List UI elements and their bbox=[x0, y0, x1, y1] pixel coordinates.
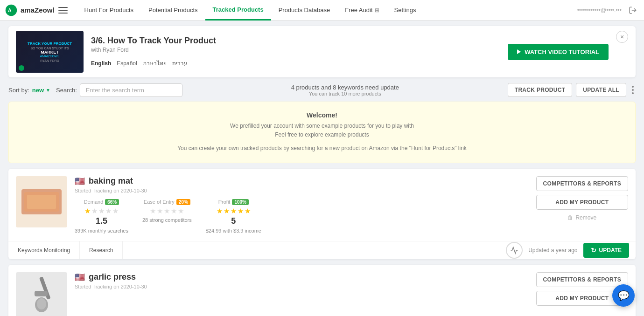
product-card-garlic-press: 🇺🇸 garlic press Started Tracking on 2020… bbox=[8, 265, 636, 316]
remove-link-baking-mat[interactable]: 🗑 Remove bbox=[536, 213, 628, 222]
lang-thai[interactable]: ภาษาไทย bbox=[143, 59, 167, 68]
tab-keywords-monitoring[interactable]: Keywords Monitoring bbox=[8, 241, 80, 259]
product-tracking-date-baking-mat: Started Tracking on 2020-10-30 bbox=[75, 188, 529, 193]
profit-star-5: ★ bbox=[245, 207, 251, 215]
product-card-baking-mat: 🇺🇸 baking mat Started Tracking on 2020-1… bbox=[8, 169, 636, 259]
star-1: ★ bbox=[84, 207, 91, 215]
watch-video-button[interactable]: WATCH VIDEO TUTORIAL bbox=[508, 44, 609, 60]
toolbar-buttons: TRACK PRODUCT UPDATE ALL bbox=[508, 83, 636, 97]
svg-point-9 bbox=[37, 298, 46, 309]
welcome-box: Welcome! We prefilled your account with … bbox=[8, 102, 636, 163]
remove-label: Remove bbox=[575, 214, 596, 221]
product-image-baking-mat bbox=[16, 176, 67, 227]
welcome-line1: We prefilled your account with some exam… bbox=[23, 122, 621, 131]
product-actions-baking-mat: COMPETITORS & REPORTS ADD MY PRODUCT 🗑 R… bbox=[536, 176, 628, 222]
track-product-button[interactable]: TRACK PRODUCT bbox=[508, 83, 573, 97]
welcome-line2: Feel free to explore example products bbox=[23, 131, 621, 139]
profit-label: Profit 100% bbox=[206, 199, 261, 205]
profit-badge: 100% bbox=[232, 199, 249, 205]
sort-caret-icon: ▼ bbox=[46, 88, 50, 93]
tab-research[interactable]: Research bbox=[80, 241, 123, 259]
logo-text: amaZeowl bbox=[21, 6, 55, 14]
lang-english[interactable]: English bbox=[91, 60, 111, 67]
chat-icon: 💬 bbox=[618, 290, 630, 301]
product-flag-garlic-press: 🇺🇸 bbox=[75, 272, 85, 282]
profit-star-2: ★ bbox=[224, 207, 230, 215]
ease-badge: 20% bbox=[176, 199, 190, 205]
sort-area: Sort by: new ▼ bbox=[8, 87, 50, 94]
update-button-baking-mat[interactable]: ↻ UPDATE bbox=[583, 243, 629, 258]
updated-text-baking-mat: Updated a year ago bbox=[528, 247, 577, 254]
hamburger-menu-button[interactable] bbox=[58, 4, 71, 17]
lang-espanol[interactable]: Español bbox=[117, 60, 137, 67]
tutorial-banner: TRACK YOUR PRODUCT SO YOU CAN STUDY ITS … bbox=[8, 26, 636, 77]
profit-star-3: ★ bbox=[231, 207, 237, 215]
product-stats-baking-mat: Demand 66% ★ ★ ★ ★ ★ 1.5 399K monthly se… bbox=[75, 199, 529, 234]
sort-value: new bbox=[32, 87, 44, 94]
product-name-baking-mat: baking mat bbox=[89, 176, 133, 186]
star-3: ★ bbox=[98, 207, 105, 215]
search-label: Search: bbox=[56, 87, 77, 94]
trend-icon-baking-mat[interactable] bbox=[506, 242, 523, 259]
ease-stars: ★ ★ ★ ★ ★ bbox=[142, 207, 192, 215]
svg-rect-7 bbox=[35, 291, 48, 296]
ease-star-1: ★ bbox=[150, 207, 156, 215]
top-navigation: A amaZeowl Hunt For Products Potential P… bbox=[0, 0, 644, 21]
products-toolbar: Sort by: new ▼ Search: 4 products and 8 … bbox=[8, 83, 636, 97]
banner-close-button[interactable]: × bbox=[616, 31, 628, 43]
free-audit-grid-icon: ⊞ bbox=[375, 7, 379, 14]
profit-star-4: ★ bbox=[238, 207, 244, 215]
update-all-button[interactable]: UPDATE ALL bbox=[576, 83, 626, 97]
product-image-garlic-press bbox=[16, 272, 67, 316]
competitors-reports-button-garlic-press[interactable]: COMPETITORS & REPORTS bbox=[536, 272, 628, 287]
logo[interactable]: A amaZeowl bbox=[5, 4, 55, 17]
product-main-baking-mat: 🇺🇸 baking mat Started Tracking on 2020-1… bbox=[8, 169, 636, 241]
nav-item-free-audit[interactable]: Free Audit ⊞ bbox=[337, 0, 386, 21]
profit-sub: $24.99 with $3.9 income bbox=[206, 228, 261, 234]
demand-value: 1.5 bbox=[75, 216, 128, 226]
update-label: UPDATE bbox=[599, 247, 622, 254]
add-my-product-button-baking-mat[interactable]: ADD MY PRODUCT bbox=[536, 195, 628, 210]
product-footer-right-baking-mat: Updated a year ago ↻ UPDATE bbox=[499, 242, 636, 259]
update-spinner-icon: ↻ bbox=[591, 247, 596, 254]
update-notice: 4 products and 8 keywords need update Yo… bbox=[188, 84, 502, 96]
star-2: ★ bbox=[91, 207, 98, 215]
nav-item-settings[interactable]: Settings bbox=[387, 0, 424, 21]
user-email: ••••••••••••@••••.••• bbox=[577, 7, 622, 14]
ease-star-2: ★ bbox=[157, 207, 163, 215]
lang-hebrew[interactable]: עברית bbox=[172, 60, 188, 67]
star-5: ★ bbox=[112, 207, 119, 215]
ease-label: Ease of Entry 20% bbox=[142, 199, 192, 205]
svg-rect-5 bbox=[27, 195, 56, 209]
banner-title: 3/6. How To Track Your Product bbox=[91, 36, 500, 46]
stat-profit: Profit 100% ★ ★ ★ ★ ★ 5 $24.99 with $3.9… bbox=[206, 199, 261, 234]
product-main-garlic-press: 🇺🇸 garlic press Started Tracking on 2020… bbox=[8, 265, 636, 316]
search-input[interactable] bbox=[80, 83, 182, 97]
sort-dropdown[interactable]: new ▼ bbox=[32, 87, 50, 94]
nav-item-potential-products[interactable]: Potential Products bbox=[141, 0, 205, 21]
svg-text:A: A bbox=[8, 7, 12, 13]
competitors-reports-button-baking-mat[interactable]: COMPETITORS & REPORTS bbox=[536, 176, 628, 191]
welcome-title: Welcome! bbox=[23, 111, 621, 119]
product-tracking-date-garlic-press: Started Tracking on 2020-10-30 bbox=[75, 284, 529, 289]
product-name-row: 🇺🇸 baking mat bbox=[75, 176, 529, 186]
sort-label: Sort by: bbox=[8, 87, 29, 94]
nav-item-products-database[interactable]: Products Database bbox=[271, 0, 338, 21]
chat-bubble-button[interactable]: 💬 bbox=[612, 284, 635, 307]
banner-content: 3/6. How To Track Your Product with Ryan… bbox=[91, 36, 500, 68]
logout-icon[interactable] bbox=[626, 4, 639, 17]
nav-item-hunt-for-products[interactable]: Hunt For Products bbox=[77, 0, 141, 21]
demand-badge: 66% bbox=[105, 199, 119, 205]
star-4: ★ bbox=[105, 207, 112, 215]
product-flag-baking-mat: 🇺🇸 bbox=[75, 176, 85, 186]
toolbar-more-button[interactable] bbox=[630, 84, 636, 96]
nav-item-tracked-products[interactable]: Tracked Products bbox=[205, 0, 271, 21]
ease-sub: 28 strong competitors bbox=[142, 217, 192, 223]
play-icon bbox=[517, 49, 521, 54]
banner-thumbnail: TRACK YOUR PRODUCT SO YOU CAN STUDY ITS … bbox=[16, 31, 84, 73]
logo-icon: A bbox=[5, 4, 18, 17]
stat-demand: Demand 66% ★ ★ ★ ★ ★ 1.5 399K monthly se… bbox=[75, 199, 128, 234]
search-area: Search: bbox=[56, 83, 182, 97]
update-notice-sub: You can track 10 more products bbox=[188, 91, 502, 96]
product-footer-baking-mat: Keywords Monitoring Research Updated a y… bbox=[8, 241, 636, 259]
